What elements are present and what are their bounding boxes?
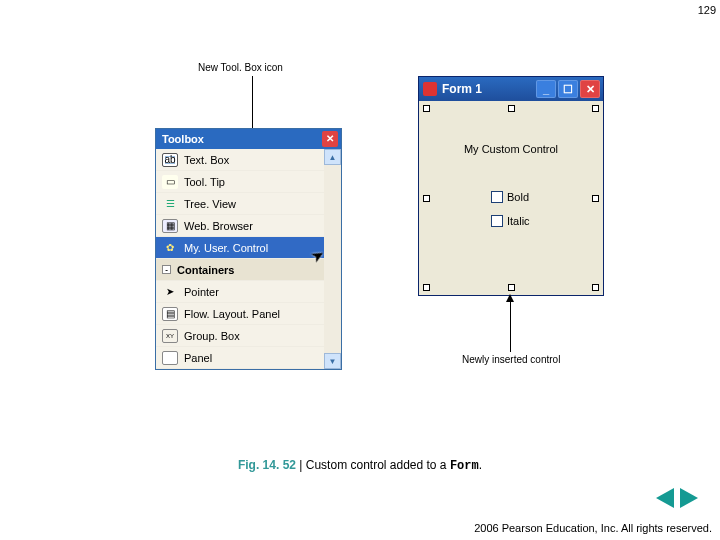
toolbox-item-label: Web. Browser <box>184 220 253 232</box>
toolbox-item-groupbox[interactable]: XYGroup. Box <box>156 325 324 347</box>
resize-handle-icon[interactable] <box>423 284 430 291</box>
toolbox-title-text: Toolbox <box>162 129 204 149</box>
webbrowser-icon: ▦ <box>162 219 178 233</box>
toolbox-item-label: My. User. Control <box>184 242 268 254</box>
pointer-icon: ➤ <box>162 285 178 299</box>
form1-titlebar[interactable]: Form 1 _ ☐ ✕ <box>419 77 603 101</box>
caption-sep: | <box>296 458 306 472</box>
toolbox-item-label: Group. Box <box>184 330 240 342</box>
italic-label: Italic <box>507 215 530 227</box>
form1-app-icon <box>423 82 437 96</box>
collapse-icon[interactable]: - <box>162 265 171 274</box>
figure-number: Fig. 14. 52 <box>238 458 296 472</box>
toolbox-item-label: Tool. Tip <box>184 176 225 188</box>
annotation-toolbox-icon: New Tool. Box icon <box>198 62 283 73</box>
toolbox-item-treeview[interactable]: ☰Tree. View <box>156 193 324 215</box>
panel-icon <box>162 351 178 365</box>
italic-checkbox[interactable]: Italic <box>491 215 530 227</box>
form1-window: Form 1 _ ☐ ✕ My Custom Control Bold Ital… <box>418 76 604 296</box>
copyright-text: 2006 Pearson Education, Inc. All rights … <box>474 522 712 534</box>
toolbox-item-textbox[interactable]: abText. Box <box>156 149 324 171</box>
toolbox-item-label: Panel <box>184 352 212 364</box>
next-slide-button[interactable] <box>680 488 698 508</box>
toolbox-item-myusercontrol[interactable]: ✿My. User. Control <box>156 237 324 259</box>
resize-handle-icon[interactable] <box>592 284 599 291</box>
arrowhead-up-icon <box>506 294 514 302</box>
checkbox-icon[interactable] <box>491 191 503 203</box>
prev-slide-button[interactable] <box>656 488 674 508</box>
form1-title-text: Form 1 <box>442 82 482 96</box>
usercontrol-icon: ✿ <box>162 241 178 255</box>
toolbox-group-containers[interactable]: -Containers <box>156 259 324 281</box>
resize-handle-icon[interactable] <box>423 105 430 112</box>
scroll-down-icon[interactable]: ▼ <box>324 353 341 369</box>
resize-handle-icon[interactable] <box>592 105 599 112</box>
checkbox-icon[interactable] <box>491 215 503 227</box>
toolbox-item-label: Text. Box <box>184 154 229 166</box>
minimize-icon[interactable]: _ <box>536 80 556 98</box>
toolbox-group-label: Containers <box>177 264 234 276</box>
toolbox-list: abText. Box ▭Tool. Tip ☰Tree. View ▦Web.… <box>156 149 324 369</box>
tooltip-icon: ▭ <box>162 175 178 189</box>
figure-caption: Fig. 14. 52 | Custom control added to a … <box>0 458 720 473</box>
treeview-icon: ☰ <box>162 197 178 211</box>
bold-label: Bold <box>507 191 529 203</box>
caption-text: Custom control added to a <box>306 458 450 472</box>
form1-client-area[interactable]: My Custom Control Bold Italic <box>419 101 603 295</box>
toolbox-titlebar[interactable]: Toolbox ✕ <box>156 129 341 149</box>
arrow-form <box>510 298 511 352</box>
close-icon[interactable]: ✕ <box>580 80 600 98</box>
resize-handle-icon[interactable] <box>508 284 515 291</box>
textbox-icon: ab <box>162 153 178 167</box>
toolbox-item-label: Flow. Layout. Panel <box>184 308 280 320</box>
toolbox-item-label: Pointer <box>184 286 219 298</box>
resize-handle-icon[interactable] <box>592 195 599 202</box>
maximize-icon[interactable]: ☐ <box>558 80 578 98</box>
bold-checkbox[interactable]: Bold <box>491 191 529 203</box>
toolbox-item-pointer[interactable]: ➤Pointer <box>156 281 324 303</box>
close-icon[interactable]: ✕ <box>322 131 338 147</box>
groupbox-icon: XY <box>162 329 178 343</box>
page-number: 129 <box>698 4 716 16</box>
resize-handle-icon[interactable] <box>508 105 515 112</box>
caption-period: . <box>479 458 482 472</box>
toolbox-item-label: Tree. View <box>184 198 236 210</box>
custom-control-label: My Custom Control <box>419 143 603 155</box>
toolbox-item-tooltip[interactable]: ▭Tool. Tip <box>156 171 324 193</box>
toolbox-item-webbrowser[interactable]: ▦Web. Browser <box>156 215 324 237</box>
toolbox-item-flowlayoutpanel[interactable]: ▤Flow. Layout. Panel <box>156 303 324 325</box>
scroll-up-icon[interactable]: ▲ <box>324 149 341 165</box>
resize-handle-icon[interactable] <box>423 195 430 202</box>
annotation-newly-inserted: Newly inserted control <box>462 354 560 365</box>
window-controls: _ ☐ ✕ <box>536 80 603 98</box>
caption-form-word: Form <box>450 459 479 473</box>
toolbox-item-panel[interactable]: Panel <box>156 347 324 369</box>
flowlayoutpanel-icon: ▤ <box>162 307 178 321</box>
